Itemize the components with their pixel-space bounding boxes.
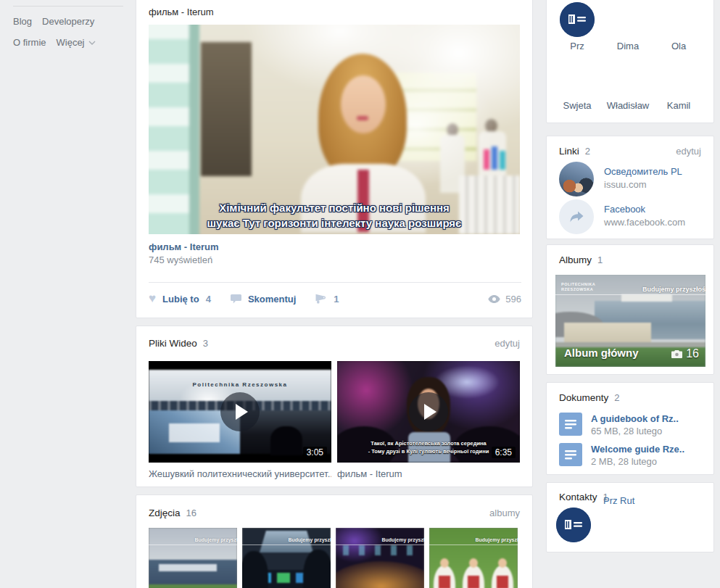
friend-name-prz[interactable]: Prz bbox=[552, 41, 603, 51]
comment-button[interactable]: Skomentuj bbox=[231, 294, 296, 305]
nav-link-more-label: Więcej bbox=[57, 36, 85, 49]
megaphone-icon bbox=[315, 294, 327, 304]
page: Blog Developerzy O firmie Więcej фильм -… bbox=[0, 0, 720, 588]
nav-link-developers[interactable]: Developerzy bbox=[42, 15, 94, 28]
contact-name[interactable]: Prz Rut bbox=[603, 495, 634, 506]
friend-name-swjeta[interactable]: Swjeta bbox=[552, 100, 603, 111]
video-thumb-2-caption[interactable]: фильм - Iterum bbox=[337, 468, 520, 479]
contacts-section-title: Kontakty bbox=[559, 492, 597, 502]
docs-section-title: Dokumenty bbox=[559, 392, 608, 403]
friend-avatar-prz[interactable] bbox=[560, 2, 595, 37]
friend-name-kamil[interactable]: Kamil bbox=[653, 100, 704, 111]
document-icon bbox=[559, 443, 582, 466]
video-subtitle-line1: Хімічний факультет постійно нові рішення bbox=[149, 200, 520, 215]
share-count: 1 bbox=[334, 294, 339, 305]
photo-watermark: Budujemy przyszłość bbox=[475, 537, 518, 542]
video-subtitle-line2: шукає Тут горизонти інтелекту наука розш… bbox=[149, 215, 520, 231]
album-watermark: Budujemy przyszłość bbox=[642, 286, 705, 293]
video-thumb-1-sign-text: Politechnika Rzeszowska bbox=[149, 381, 331, 388]
photo-thumb-4[interactable]: Budujemy przyszłość bbox=[429, 528, 518, 588]
album-photo-count: 16 bbox=[671, 347, 699, 360]
watermark-line bbox=[336, 544, 424, 545]
watermark-line bbox=[429, 544, 518, 545]
link-2-domain: www.facebook.com bbox=[604, 217, 685, 228]
photos-albums-link[interactable]: albumy bbox=[489, 508, 520, 518]
photos-section-title: Zdjęcia bbox=[149, 508, 181, 518]
post-divider bbox=[149, 282, 521, 283]
eye-icon bbox=[488, 295, 500, 303]
comment-label: Skomentuj bbox=[248, 294, 296, 305]
video-thumb-1-caption[interactable]: Жешувкий политехнический университет... bbox=[149, 468, 331, 479]
like-count: 4 bbox=[206, 294, 211, 305]
comment-icon bbox=[231, 294, 241, 304]
doc-item-1[interactable]: A guidebook of Rz.. 65 MB, 28 lutego bbox=[559, 413, 705, 439]
nav-link-blog[interactable]: Blog bbox=[13, 15, 32, 28]
links-section-count: 2 bbox=[585, 146, 590, 157]
share-arrow-icon bbox=[569, 210, 584, 223]
photos-section-count: 16 bbox=[186, 508, 196, 518]
chevron-down-icon bbox=[88, 41, 96, 45]
like-label: Lubię to bbox=[162, 294, 199, 305]
photo-watermark: Budujemy przyszłość bbox=[288, 537, 331, 542]
link-1-avatar[interactable] bbox=[559, 162, 594, 196]
link-2-title[interactable]: Facebook bbox=[604, 204, 645, 215]
photo-watermark: Budujemy przyszłość bbox=[194, 537, 237, 542]
share-button[interactable]: 1 bbox=[315, 294, 339, 305]
photo-watermark: Budujemy przyszłość bbox=[381, 537, 424, 542]
albums-section-count: 1 bbox=[597, 254, 603, 265]
friends-card: Prz Dima Ola Swjeta Władisław Kamil bbox=[546, 0, 714, 123]
link-2-avatar[interactable] bbox=[559, 199, 594, 234]
watermark-line bbox=[555, 294, 705, 295]
friend-name-ola[interactable]: Ola bbox=[653, 41, 704, 51]
post-video-title-link[interactable]: фильм - Iterum bbox=[149, 241, 219, 252]
play-icon bbox=[409, 392, 448, 431]
post-card: фильм - Iterum bbox=[136, 0, 533, 318]
photo-thumb-1[interactable]: Budujemy przyszłość bbox=[149, 528, 237, 588]
videos-edit-link[interactable]: edytuj bbox=[495, 338, 520, 349]
post-action-bar: ♥ Lubię to 4 Skomentuj 1 bbox=[149, 291, 521, 307]
albums-section-title: Albumy bbox=[559, 254, 592, 265]
prz-logo-icon bbox=[556, 508, 591, 542]
friend-name-wladislaw[interactable]: Władisław bbox=[603, 100, 653, 111]
post-views-counter: 596 bbox=[488, 294, 521, 305]
docs-section-count: 2 bbox=[614, 392, 619, 403]
post-video-views: 745 wyświetleń bbox=[149, 254, 212, 265]
doc-2-title: Welcome guide Rze.. bbox=[591, 444, 684, 455]
left-nav-divider bbox=[13, 6, 123, 7]
like-button[interactable]: ♥ Lubię to 4 bbox=[149, 293, 211, 305]
heart-icon: ♥ bbox=[149, 293, 156, 305]
document-icon bbox=[559, 413, 582, 436]
doc-item-2[interactable]: Welcome guide Rze.. 2 MB, 28 lutego bbox=[559, 443, 705, 469]
photos-card: Zdjęcia 16 albumy Budujemy przyszłość Bu… bbox=[136, 494, 533, 588]
friend-name-dima[interactable]: Dima bbox=[603, 41, 653, 51]
video-thumb-2-duration: 6:35 bbox=[492, 447, 516, 458]
video-thumb-1-duration: 3:05 bbox=[303, 447, 327, 458]
watermark-line bbox=[242, 544, 331, 545]
video-subtitles: Хімічний факультет постійно нові рішення… bbox=[149, 200, 520, 231]
photo-thumb-2[interactable]: Budujemy przyszłość bbox=[242, 528, 331, 588]
video-thumb-1[interactable]: Politechnika Rzeszowska 3:05 bbox=[149, 361, 331, 463]
doc-1-title: A guidebook of Rz.. bbox=[591, 413, 679, 424]
left-nav: Blog Developerzy O firmie Więcej bbox=[13, 6, 123, 49]
nav-link-more[interactable]: Więcej bbox=[57, 36, 96, 49]
links-card: Linki 2 edytuj Осведомитель PL issuu.com… bbox=[546, 136, 714, 239]
links-section-title: Linki bbox=[559, 146, 579, 157]
video-thumb-2[interactable]: Такої, як Арістотелевська золота середин… bbox=[337, 361, 520, 463]
links-edit-link[interactable]: edytuj bbox=[676, 146, 701, 157]
videos-section-title: Pliki Wideo bbox=[149, 338, 197, 349]
videos-card: Pliki Wideo 3 edytuj Politechnika Rzeszo… bbox=[136, 326, 533, 487]
photo-thumb-3[interactable]: Budujemy przyszłość bbox=[336, 528, 424, 588]
link-1-title[interactable]: Осведомитель PL bbox=[604, 166, 682, 177]
play-icon bbox=[220, 392, 260, 431]
contact-avatar[interactable] bbox=[556, 508, 591, 542]
documents-card: Dokumenty 2 A guidebook of Rz.. 65 MB, 2… bbox=[546, 382, 714, 475]
album-name: Album główny bbox=[564, 347, 639, 359]
post-video-player[interactable]: Хімічний факультет постійно нові рішення… bbox=[149, 25, 520, 234]
prz-logo-icon bbox=[560, 2, 595, 37]
album-logo-text: POLITECHNIKA RZESZOWSKA bbox=[561, 282, 595, 292]
post-view-count: 596 bbox=[505, 294, 521, 305]
watermark-line bbox=[149, 544, 237, 545]
album-thumb[interactable]: Budujemy przyszłość POLITECHNIKA RZESZOW… bbox=[555, 275, 705, 367]
nav-link-about[interactable]: O firmie bbox=[13, 36, 46, 49]
link-1-domain: issuu.com bbox=[604, 179, 647, 190]
